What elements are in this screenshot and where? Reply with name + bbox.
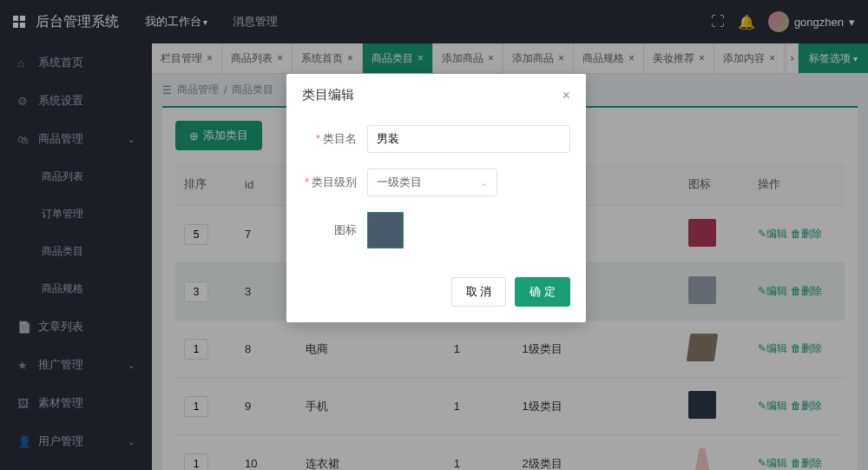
modal-title: 类目编辑 <box>302 87 354 103</box>
label-icon: 图标 <box>302 222 367 238</box>
label-name: *类目名 <box>302 131 367 147</box>
select-category-level[interactable]: 一级类目⌄ <box>367 169 497 196</box>
icon-preview[interactable] <box>367 212 404 248</box>
input-category-name[interactable] <box>367 125 570 153</box>
confirm-button[interactable]: 确 定 <box>515 277 570 307</box>
label-level: *类目级别 <box>302 175 367 190</box>
cancel-button[interactable]: 取 消 <box>451 277 507 307</box>
category-edit-modal: 类目编辑 × *类目名 *类目级别 一级类目⌄ 图标 取 消 确 定 <box>286 74 586 322</box>
modal-close-icon[interactable]: × <box>562 88 570 103</box>
chevron-down-icon: ⌄ <box>480 177 488 189</box>
